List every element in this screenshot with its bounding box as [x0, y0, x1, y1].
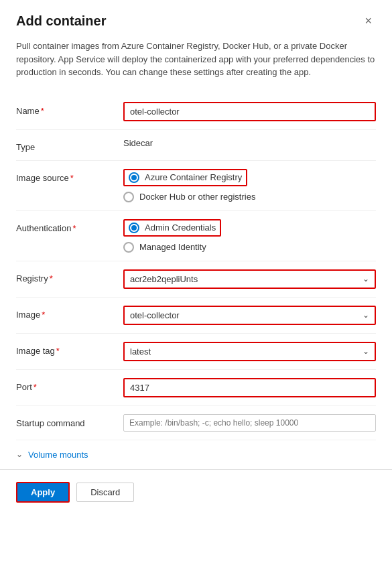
startup-command-label: Startup command: [16, 414, 123, 428]
port-control: [123, 378, 376, 397]
name-row: Name*: [16, 94, 376, 130]
authentication-managed-label: Managed Identity: [139, 242, 206, 252]
image-label: Image*: [16, 306, 123, 320]
authentication-radio-group: Admin Credentials Managed Identity: [123, 219, 376, 253]
image-source-docker-label: Docker Hub or other registries: [139, 192, 255, 202]
dialog-description: Pull container images from Azure Contain…: [16, 40, 376, 79]
add-container-dialog: Add container × Pull container images fr…: [0, 0, 392, 571]
dialog-header: Add container ×: [16, 13, 376, 29]
volume-mounts-chevron-icon: ⌄: [16, 450, 23, 459]
image-select-wrapper: otel-collector ⌄: [123, 306, 376, 325]
port-row: Port*: [16, 370, 376, 406]
footer: Apply Discard: [16, 470, 376, 503]
type-value: Sidecar: [123, 138, 376, 148]
image-source-row: Image source* Azure Container Registry D…: [16, 161, 376, 211]
authentication-admin-highlighted: Admin Credentials: [123, 219, 221, 237]
image-source-acr-label: Azure Container Registry: [145, 172, 242, 182]
image-select[interactable]: otel-collector: [123, 306, 376, 325]
authentication-row: Authentication* Admin Credentials Manage…: [16, 211, 376, 261]
volume-mounts-section[interactable]: ⌄ Volume mounts: [16, 440, 376, 469]
registry-select[interactable]: acr2eb2qepliUnts: [123, 269, 376, 289]
startup-command-input[interactable]: [123, 414, 376, 432]
registry-row: Registry* acr2eb2qepliUnts ⌄: [16, 261, 376, 298]
type-label: Type: [16, 138, 123, 152]
authentication-admin-radio[interactable]: [129, 223, 139, 233]
image-tag-control: latest ⌄: [123, 342, 376, 361]
name-input[interactable]: [123, 102, 376, 121]
startup-command-row: Startup command: [16, 406, 376, 440]
authentication-admin-option[interactable]: Admin Credentials: [123, 219, 376, 237]
image-source-control: Azure Container Registry Docker Hub or o…: [123, 169, 376, 202]
image-source-docker-option[interactable]: Docker Hub or other registries: [123, 192, 376, 202]
close-button[interactable]: ×: [361, 13, 376, 28]
authentication-control: Admin Credentials Managed Identity: [123, 219, 376, 253]
discard-button[interactable]: Discard: [76, 483, 134, 502]
name-label: Name*: [16, 102, 123, 116]
type-row: Type Sidecar: [16, 130, 376, 161]
image-tag-label: Image tag*: [16, 342, 123, 356]
authentication-managed-radio[interactable]: [123, 242, 134, 253]
image-tag-row: Image tag* latest ⌄: [16, 334, 376, 370]
registry-select-wrapper: acr2eb2qepliUnts ⌄: [123, 269, 376, 289]
image-source-acr-highlighted: Azure Container Registry: [123, 169, 247, 186]
registry-label: Registry*: [16, 269, 123, 283]
port-label: Port*: [16, 378, 123, 392]
image-tag-select-wrapper: latest ⌄: [123, 342, 376, 361]
image-source-label: Image source*: [16, 169, 123, 183]
startup-command-control: [123, 414, 376, 432]
image-source-docker-radio[interactable]: [123, 192, 134, 202]
image-control: otel-collector ⌄: [123, 306, 376, 325]
authentication-admin-label: Admin Credentials: [145, 223, 216, 233]
dialog-title: Add container: [16, 13, 106, 29]
image-row: Image* otel-collector ⌄: [16, 298, 376, 334]
image-source-acr-option[interactable]: Azure Container Registry: [123, 169, 376, 186]
authentication-managed-option[interactable]: Managed Identity: [123, 242, 376, 253]
registry-control: acr2eb2qepliUnts ⌄: [123, 269, 376, 289]
image-source-radio-group: Azure Container Registry Docker Hub or o…: [123, 169, 376, 202]
volume-mounts-label: Volume mounts: [28, 450, 88, 460]
image-tag-select[interactable]: latest: [123, 342, 376, 361]
name-field-container: [123, 102, 376, 121]
apply-button[interactable]: Apply: [16, 482, 70, 503]
port-input[interactable]: [123, 378, 376, 397]
authentication-label: Authentication*: [16, 219, 123, 233]
image-source-acr-radio[interactable]: [129, 172, 139, 183]
